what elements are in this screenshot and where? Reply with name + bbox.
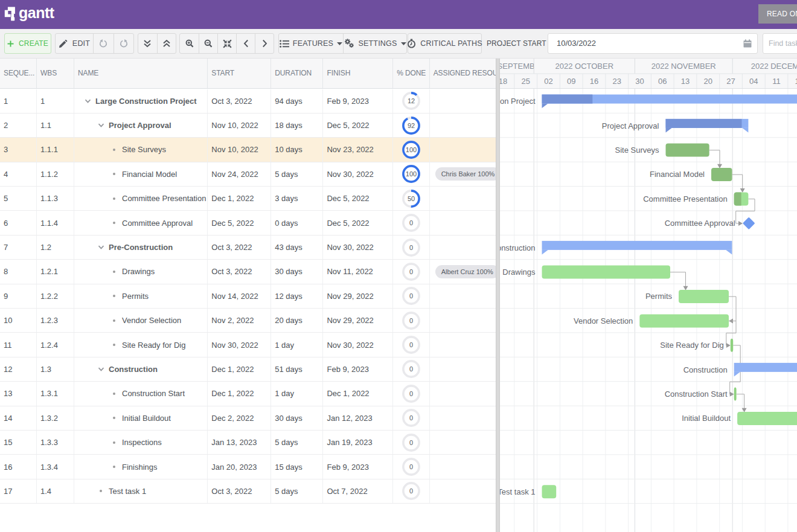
svg-text:18: 18 [795, 77, 797, 86]
svg-text:0: 0 [409, 244, 413, 251]
svg-text:Vendor Selection: Vendor Selection [574, 316, 633, 325]
svg-text:23: 23 [613, 77, 621, 86]
svg-text:Financial Model: Financial Model [650, 170, 705, 179]
svg-text:0: 0 [409, 317, 413, 324]
svg-text:Drawings: Drawings [502, 268, 536, 277]
svg-text:50: 50 [408, 195, 415, 202]
svg-text:0: 0 [409, 390, 413, 397]
svg-text:100: 100 [406, 146, 417, 153]
svg-text:2022 OCTOBER: 2022 OCTOBER [555, 62, 614, 71]
svg-text:0: 0 [409, 439, 413, 446]
svg-text:12: 12 [408, 97, 415, 104]
svg-text:92: 92 [408, 122, 415, 129]
svg-text:Site Ready for Dig: Site Ready for Dig [660, 341, 724, 350]
svg-text:2022 DECEMBER: 2022 DECEMBER [751, 62, 797, 71]
svg-text:Committee Presentation: Committee Presentation [643, 194, 727, 204]
svg-text:0: 0 [409, 365, 413, 373]
svg-text:Pre-Construction: Pre-Construction [500, 243, 536, 252]
svg-text:Test task 1: Test task 1 [500, 487, 536, 496]
svg-text:Committee Approval: Committee Approval [665, 219, 735, 228]
svg-text:Large Construction Project: Large Construction Project [500, 97, 536, 106]
svg-text:25: 25 [521, 77, 530, 86]
svg-text:30: 30 [635, 77, 644, 86]
svg-text:Construction: Construction [683, 365, 728, 374]
svg-text:Initial Buildout: Initial Buildout [682, 414, 731, 423]
svg-text:0: 0 [409, 463, 413, 470]
svg-text:06: 06 [658, 77, 667, 86]
svg-text:0: 0 [409, 414, 413, 421]
svg-text:09: 09 [567, 77, 575, 86]
svg-text:04: 04 [749, 77, 758, 86]
svg-text:Permits: Permits [645, 292, 673, 301]
svg-text:100: 100 [406, 170, 417, 178]
svg-text:Construction Start: Construction Start [665, 389, 728, 399]
svg-text:Site Surveys: Site Surveys [615, 146, 659, 155]
svg-text:2022 NOVEMBER: 2022 NOVEMBER [651, 62, 716, 71]
svg-text:0: 0 [409, 341, 413, 348]
svg-text:11: 11 [772, 77, 781, 86]
svg-text:0: 0 [409, 292, 413, 300]
svg-text:13: 13 [681, 77, 690, 86]
svg-text:18: 18 [500, 77, 507, 86]
svg-text:20: 20 [704, 77, 712, 86]
svg-text:02: 02 [544, 77, 552, 86]
svg-text:27: 27 [726, 77, 735, 86]
svg-text:Project Approval: Project Approval [602, 121, 659, 130]
svg-text:0: 0 [409, 487, 413, 495]
svg-text:16: 16 [590, 77, 598, 86]
svg-text:0: 0 [409, 268, 413, 275]
svg-text:0: 0 [409, 219, 413, 226]
